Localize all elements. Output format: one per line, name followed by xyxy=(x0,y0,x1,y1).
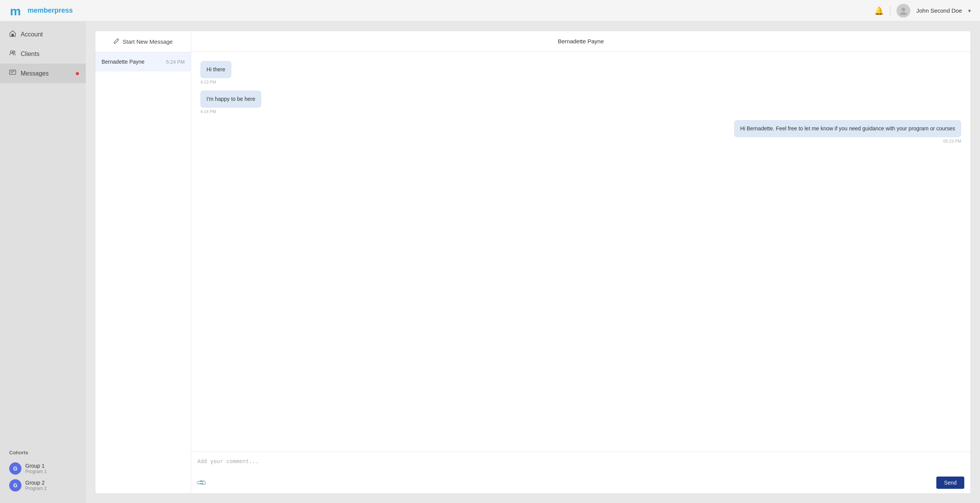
cohort-group1-avatar: G xyxy=(9,462,21,475)
edit-icon xyxy=(113,38,120,45)
message-group-1: Hi there 4:13 PM xyxy=(200,61,961,84)
sidebar-nav: Account Clients Messages xyxy=(0,25,86,83)
message-group-3: Hi Bernadette. Feel free to let me know … xyxy=(200,120,961,143)
conversation-list: Start New Message Bernadette Payne 5:24 … xyxy=(95,31,191,493)
cohort-group2-name: Group 2 xyxy=(25,480,47,486)
header-right: 🔔 John Second Doe ▾ xyxy=(874,4,971,18)
input-toolbar: 📎 Send xyxy=(197,477,964,489)
svg-point-4 xyxy=(10,51,13,53)
cohort-group2-program: Program 2 xyxy=(25,486,47,491)
comment-input[interactable] xyxy=(197,457,964,473)
conversation-time: 5:24 PM xyxy=(166,59,185,65)
cohorts-title: Cohorts xyxy=(6,450,80,455)
cohort-group2[interactable]: G Group 2 Program 2 xyxy=(6,477,80,494)
cohort-group1-info: Group 1 Program 1 xyxy=(25,463,47,474)
sidebar-item-clients-label: Clients xyxy=(21,51,39,58)
messages-icon xyxy=(9,69,16,78)
header: m memberpress 🔔 John Second Doe ▾ xyxy=(0,0,980,21)
conversation-name: Bernadette Payne xyxy=(102,59,144,65)
svg-rect-6 xyxy=(10,70,16,75)
attachment-icon[interactable]: 📎 xyxy=(195,477,207,488)
chat-input-area: 📎 Send xyxy=(191,452,970,493)
cohort-group1-program: Program 1 xyxy=(25,469,47,474)
sidebar-item-messages-label: Messages xyxy=(21,70,49,77)
memberpress-logo-icon: m xyxy=(9,3,25,18)
notification-bell-icon[interactable]: 🔔 xyxy=(874,6,884,15)
main-layout: Account Clients Messages Cohorts G xyxy=(0,21,980,503)
svg-text:m: m xyxy=(10,4,21,18)
message-group-2: I'm happy to be here 4:14 PM xyxy=(200,90,961,114)
cohorts-section: Cohorts G Group 1 Program 1 G Group 2 Pr… xyxy=(0,444,86,503)
svg-point-1 xyxy=(901,8,905,12)
sidebar: Account Clients Messages Cohorts G xyxy=(0,21,86,503)
message-time-1: 4:13 PM xyxy=(200,80,216,84)
messages-indicator xyxy=(76,72,79,75)
sidebar-item-messages[interactable]: Messages xyxy=(0,64,86,83)
sidebar-item-account-label: Account xyxy=(21,31,43,38)
messages-container: Start New Message Bernadette Payne 5:24 … xyxy=(95,31,971,494)
user-name: John Second Doe xyxy=(916,7,962,14)
send-button[interactable]: Send xyxy=(936,477,964,489)
home-icon xyxy=(9,30,16,39)
chat-panel: Bernadette Payne Hi there 4:13 PM I'm ha… xyxy=(191,31,970,493)
svg-rect-3 xyxy=(11,34,14,36)
clients-icon xyxy=(9,49,16,58)
message-bubble-1: Hi there xyxy=(200,61,231,78)
svg-point-5 xyxy=(13,51,15,53)
logo: m memberpress xyxy=(9,3,73,18)
avatar xyxy=(896,4,910,18)
message-time-3: 05:23 PM xyxy=(943,139,961,143)
start-new-message-button[interactable]: Start New Message xyxy=(95,31,191,53)
cohort-group2-avatar: G xyxy=(9,479,21,491)
sidebar-item-account[interactable]: Account xyxy=(0,25,86,44)
cohort-group2-info: Group 2 Program 2 xyxy=(25,480,47,491)
header-divider xyxy=(890,6,890,15)
main-content: Start New Message Bernadette Payne 5:24 … xyxy=(86,21,980,503)
chat-header: Bernadette Payne xyxy=(191,31,970,52)
start-new-message-label: Start New Message xyxy=(123,38,173,45)
message-time-2: 4:14 PM xyxy=(200,109,216,114)
message-bubble-2: I'm happy to be here xyxy=(200,90,261,108)
svg-point-2 xyxy=(900,12,907,15)
cohort-group1-name: Group 1 xyxy=(25,463,47,469)
logo-text: memberpress xyxy=(28,7,73,15)
conversation-bernadette[interactable]: Bernadette Payne 5:24 PM xyxy=(95,53,191,71)
cohort-group1[interactable]: G Group 1 Program 1 xyxy=(6,460,80,477)
sidebar-item-clients[interactable]: Clients xyxy=(0,44,86,64)
user-menu-chevron-icon[interactable]: ▾ xyxy=(968,8,971,14)
chat-messages: Hi there 4:13 PM I'm happy to be here 4:… xyxy=(191,52,970,452)
message-bubble-3: Hi Bernadette. Feel free to let me know … xyxy=(734,120,961,137)
